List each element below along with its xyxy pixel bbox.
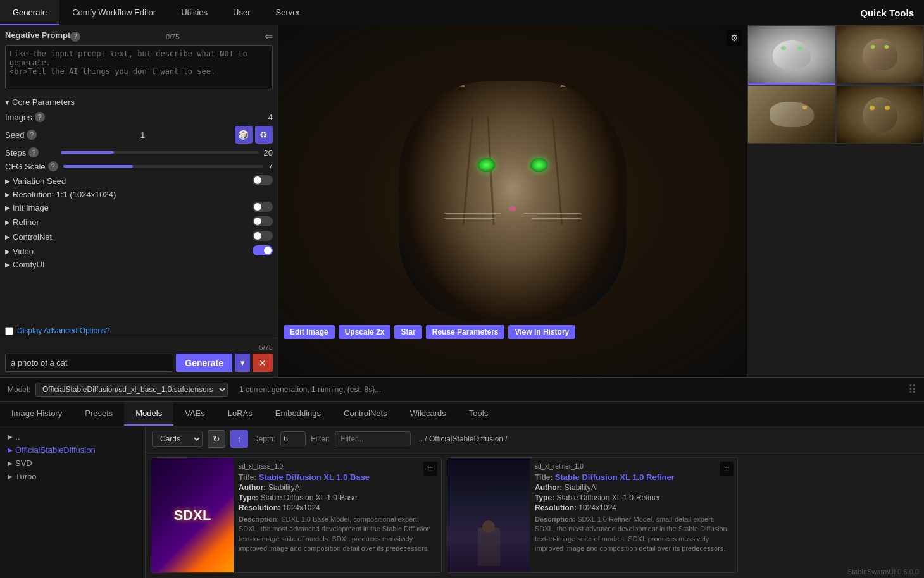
tree-item-dotdot[interactable]: ▶ .. [4,430,141,443]
core-params-label: Core Parameters [12,97,75,107]
image-settings-button[interactable]: ⚙ [727,30,742,46]
sdxl-base-author: Author: StabilityAI [239,483,436,492]
tree-item-turbo[interactable]: ▶ Turbo [4,470,141,483]
variation-seed-row[interactable]: ▶ Variation Seed [5,175,273,187]
reuse-params-button[interactable]: Reuse Parameters [426,325,505,339]
images-help[interactable]: ? [35,112,45,122]
sdxl-base-resolution: Resolution: 1024x1024 [239,503,436,512]
up-button[interactable]: ↑ [230,430,248,448]
steps-slider[interactable] [61,151,259,154]
depth-input[interactable] [280,431,306,446]
qt-image-3[interactable] [747,85,836,144]
sdxl-refiner-thumbnail [447,458,530,572]
images-value: 4 [268,113,273,122]
image-viewport: Edit Image Upscale 2x Star Reuse Paramet… [278,25,747,377]
left-scroll: Negative Prompt ? 0/75 ⇐ ▾ Core Paramete… [0,25,278,324]
sdxl-refiner-author: Author: StabilityAI [535,483,732,492]
edit-image-button[interactable]: Edit Image [284,325,335,339]
tree-item-official[interactable]: ▶ OfficialStableDiffusion [4,443,141,457]
controlnet-toggle[interactable] [253,231,273,241]
steps-value: 20 [264,148,273,157]
video-row[interactable]: ▶ Video [5,245,273,257]
refiner-row[interactable]: ▶ Refiner [5,216,273,228]
seed-help[interactable]: ? [27,130,37,140]
view-history-button[interactable]: View In History [508,325,575,339]
seed-recycle-button[interactable]: ♻ [255,126,273,144]
sdxl-refiner-type: Type: Stable Diffusion XL 1.0-Refiner [535,493,732,502]
tab-vaes[interactable]: VAEs [173,402,216,426]
variation-seed-toggle[interactable] [253,175,273,185]
models-tree: ▶ .. ▶ OfficialStableDiffusion ▶ SVD ▶ T… [0,426,146,578]
drag-handle[interactable]: ⠿ [908,383,916,397]
seed-buttons: 🎲 ♻ [235,126,273,144]
qt-progress-1 [748,83,835,85]
advanced-options-checkbox[interactable] [5,327,13,335]
seed-dice-button[interactable]: 🎲 [235,126,253,144]
generate-dropdown[interactable]: ▾ [235,354,250,372]
controlnet-row[interactable]: ▶ ControlNet [5,231,273,243]
star-button[interactable]: Star [394,325,421,339]
negative-prompt-charcount: 0/75 [166,33,179,40]
sdxl-refiner-menu[interactable]: ≡ [720,462,734,476]
model-card-sdxl-refiner[interactable]: sd_xl_refiner_1.0 Title: Stable Diffusio… [447,457,738,573]
model-card-sdxl-base[interactable]: SDXL sd_xl_base_1.0 Title: Stable Diffus… [151,457,442,573]
bottom-area: Image History Presets Models VAEs LoRAs … [0,401,924,578]
negative-prompt-help[interactable]: ? [70,32,80,42]
video-toggle[interactable] [253,245,273,255]
tab-presets[interactable]: Presets [73,402,124,426]
tab-image-history[interactable]: Image History [0,402,73,426]
tab-embeddings[interactable]: Embeddings [264,402,332,426]
filter-label: Filter: [311,434,330,443]
cfg-value: 7 [268,162,273,171]
generate-cancel[interactable]: ✕ [253,354,273,372]
qt-image-4[interactable] [836,85,925,144]
seed-value: 1 [140,130,145,140]
images-label: Images ? [5,112,56,122]
tab-controlnets[interactable]: ControlNets [332,402,399,426]
tab-comfy[interactable]: Comfy Workflow Editor [59,0,168,25]
tab-tools[interactable]: Tools [458,402,499,426]
tree-item-svd[interactable]: ▶ SVD [4,457,141,470]
core-params-header[interactable]: ▾ Core Parameters [5,97,273,107]
top-nav: Generate Comfy Workflow Editor Utilities… [0,0,924,25]
init-image-row[interactable]: ▶ Init Image [5,202,273,214]
sdxl-base-desc: Description: SDXL 1.0 Base Model, compos… [239,515,436,553]
steps-help[interactable]: ? [28,147,39,157]
cfg-slider[interactable] [63,165,263,168]
cfg-help[interactable]: ? [48,161,58,171]
sdxl-refiner-resolution: Resolution: 1024x1024 [535,503,732,512]
cfg-scale-row: CFG Scale ? 7 [5,161,273,171]
bottom-tabs: Image History Presets Models VAEs LoRAs … [0,402,924,426]
tab-utilities[interactable]: Utilities [168,0,220,25]
tab-server[interactable]: Server [263,0,313,25]
bottom-content: ▶ .. ▶ OfficialStableDiffusion ▶ SVD ▶ T… [0,426,924,578]
filter-input[interactable] [335,431,411,446]
quick-tools-label: Quick Tools [850,0,924,25]
tab-models[interactable]: Models [124,402,173,426]
upscale-button[interactable]: Upscale 2x [339,325,391,339]
tab-wildcards[interactable]: Wildcards [399,402,458,426]
prompt-input-row: Generate ▾ ✕ [5,354,273,372]
tab-user[interactable]: User [220,0,263,25]
prompt-input[interactable] [5,354,173,372]
tree-item-turbo-label: Turbo [15,472,36,481]
qt-image-2[interactable] [836,25,925,85]
tab-generate[interactable]: Generate [0,0,59,25]
sdxl-base-menu[interactable]: ≡ [423,462,437,476]
view-select[interactable]: Cards [152,431,203,447]
resolution-row[interactable]: ▶ Resolution: 1:1 (1024x1024) [5,190,273,199]
tab-loras[interactable]: LoRAs [216,402,264,426]
refiner-toggle[interactable] [253,216,273,226]
quick-tools-panel [747,25,924,377]
comfyui-row[interactable]: ▶ ComfyUI [5,260,273,269]
generate-button[interactable]: Generate [176,354,232,372]
seed-label: Seed ? [5,130,56,140]
negative-prompt-input[interactable] [5,45,273,89]
init-image-toggle[interactable] [253,202,273,212]
model-select[interactable]: OfficialStableDiffusion/sd_xl_base_1.0.s… [35,383,228,397]
qt-image-1[interactable] [747,25,836,85]
model-label: Model: [8,385,30,394]
sdxl-base-info: sd_xl_base_1.0 Title: Stable Diffusion X… [234,458,441,572]
collapse-icon[interactable]: ⇐ [265,30,273,42]
refresh-button[interactable]: ↻ [208,430,225,448]
